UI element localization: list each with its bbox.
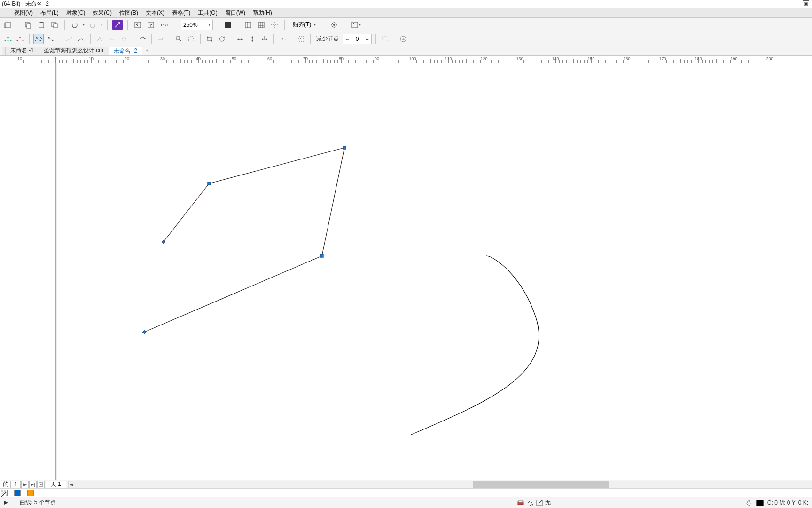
- cusp-node-icon[interactable]: [94, 34, 105, 44]
- zoom-level[interactable]: ▼: [181, 20, 213, 30]
- separator: [90, 34, 91, 44]
- undo-dropdown-icon[interactable]: ▾: [83, 23, 85, 27]
- menu-effects[interactable]: 效果(C): [89, 8, 116, 18]
- no-fill-swatch[interactable]: [1, 490, 8, 496]
- join-nodes-icon[interactable]: [33, 34, 44, 44]
- page-tab[interactable]: 页 1: [46, 481, 66, 488]
- svg-point-48: [302, 40, 303, 40]
- to-line-icon[interactable]: [64, 34, 74, 44]
- menu-table[interactable]: 表格(T): [168, 8, 194, 18]
- pen-tip-icon[interactable]: [745, 499, 752, 507]
- bbox-icon[interactable]: [380, 34, 390, 44]
- paste-icon[interactable]: [36, 20, 47, 30]
- last-page-icon[interactable]: ▶|: [29, 481, 37, 488]
- menu-view[interactable]: 视图(V): [10, 8, 37, 18]
- align-nodes-h-icon[interactable]: [235, 34, 245, 44]
- smooth-node-icon[interactable]: [107, 34, 117, 44]
- color-swatch[interactable]: [27, 490, 34, 496]
- curve-node[interactable]: [343, 146, 346, 150]
- rotate-nodes-icon[interactable]: [217, 34, 227, 44]
- doc-tab-1[interactable]: 未命名 -1: [6, 47, 39, 55]
- reflect-nodes-h-icon[interactable]: [259, 34, 270, 44]
- color-swatch[interactable]: [14, 490, 21, 496]
- fill-bucket-icon[interactable]: [526, 500, 534, 506]
- title-bar: (64-Bit) - 未命名 -2 ▣: [0, 0, 812, 8]
- add-node-icon[interactable]: [3, 34, 13, 44]
- horizontal-ruler[interactable]: 1001020304050607080901001101201301401501…: [0, 56, 812, 63]
- break-node-icon[interactable]: [46, 34, 56, 44]
- extend-curve-icon[interactable]: [156, 34, 166, 44]
- pdf-icon[interactable]: PDF: [159, 20, 171, 30]
- clipboard-icon[interactable]: [49, 20, 60, 30]
- delete-node-icon[interactable]: [15, 34, 25, 44]
- align-guides-icon[interactable]: [243, 20, 253, 30]
- doc-tab-2[interactable]: 圣诞节海报怎么设计.cdr: [39, 47, 109, 55]
- close-curve-icon[interactable]: [186, 34, 196, 44]
- color-swatch[interactable]: [8, 490, 14, 496]
- menu-bitmap[interactable]: 位图(B): [116, 8, 142, 18]
- menu-help[interactable]: 帮助(H): [249, 8, 276, 18]
- polyline-object[interactable]: [144, 148, 344, 332]
- guideline-icon[interactable]: [269, 20, 280, 30]
- reverse-curve-icon[interactable]: [137, 34, 148, 44]
- add-page-icon[interactable]: [37, 481, 45, 488]
- zoom-dropdown-icon[interactable]: ▼: [206, 20, 212, 30]
- outline-color-swatch[interactable]: [756, 500, 764, 506]
- canvas[interactable]: [0, 63, 812, 480]
- app-launcher-icon[interactable]: ▾: [349, 20, 363, 30]
- new-doc-icon[interactable]: [3, 20, 13, 30]
- window-title: (64-Bit) - 未命名 -2: [2, 0, 49, 8]
- menu-window[interactable]: 窗口(W): [221, 8, 249, 18]
- printer-icon[interactable]: [517, 500, 524, 506]
- page-total: 1: [10, 481, 21, 488]
- spin-up-icon[interactable]: +: [363, 34, 371, 44]
- copy-icon[interactable]: [23, 20, 33, 30]
- add-icon[interactable]: [398, 34, 408, 44]
- extract-subpath-icon[interactable]: [174, 34, 184, 44]
- curve-node[interactable]: [320, 254, 324, 258]
- curve-object[interactable]: [411, 256, 539, 435]
- separator: [375, 34, 376, 44]
- options-icon[interactable]: [329, 20, 339, 30]
- horizontal-scrollbar[interactable]: ◀: [68, 481, 812, 488]
- scroll-thumb[interactable]: [473, 481, 609, 488]
- curve-smoothness[interactable]: +: [343, 34, 372, 44]
- zoom-input[interactable]: [181, 20, 206, 30]
- elastic-mode-icon[interactable]: [278, 34, 288, 44]
- svg-rect-33: [208, 37, 211, 41]
- symmetric-node-icon[interactable]: [119, 34, 129, 44]
- play-icon[interactable]: [4, 500, 8, 505]
- scroll-left-icon[interactable]: ◀: [69, 481, 75, 488]
- snap-dropdown[interactable]: 贴齐(T) ▾: [289, 20, 319, 30]
- new-tab-icon[interactable]: +: [142, 47, 152, 55]
- svg-point-38: [238, 38, 240, 40]
- align-nodes-v-icon[interactable]: [247, 34, 258, 44]
- undo-icon[interactable]: [70, 20, 80, 30]
- property-bar: 减少节点 +: [0, 32, 812, 46]
- import-icon[interactable]: [133, 20, 143, 30]
- menu-tools[interactable]: 工具(O): [194, 8, 221, 18]
- menu-object[interactable]: 对象(C): [62, 8, 89, 18]
- color-swatch[interactable]: [21, 490, 27, 496]
- to-curve-icon[interactable]: [76, 34, 86, 44]
- menu-text[interactable]: 文本(X): [142, 8, 168, 18]
- menu-edge: [3, 12, 10, 14]
- redo-icon[interactable]: [87, 20, 98, 30]
- first-page-icon[interactable]: ▶: [21, 481, 29, 488]
- curve-node[interactable]: [208, 182, 211, 185]
- svg-point-25: [10, 40, 12, 41]
- spin-down-icon[interactable]: [343, 34, 351, 44]
- smoothness-input[interactable]: [351, 34, 363, 44]
- redo-dropdown-icon[interactable]: ▾: [101, 23, 102, 27]
- launch-icon[interactable]: [112, 20, 123, 30]
- doc-tab-3[interactable]: 未命名 -2: [109, 47, 142, 55]
- menu-layout[interactable]: 布局(L): [37, 8, 62, 18]
- fullscreen-icon[interactable]: [223, 20, 233, 30]
- stretch-nodes-icon[interactable]: [204, 34, 215, 44]
- export-icon[interactable]: [146, 20, 156, 30]
- grid-icon[interactable]: [256, 20, 266, 30]
- select-all-nodes-icon[interactable]: [296, 34, 306, 44]
- no-fill-icon[interactable]: [536, 499, 543, 507]
- window-control-icon[interactable]: ▣: [803, 0, 809, 7]
- svg-rect-32: [177, 37, 180, 40]
